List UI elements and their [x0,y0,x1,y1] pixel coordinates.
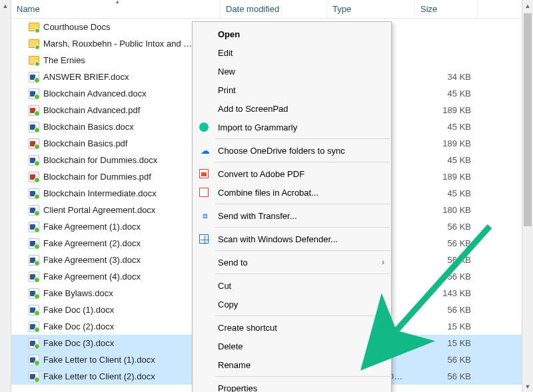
menu-separator [215,274,390,274]
menu-item-new[interactable]: New [193,62,391,81]
menu-item-label: Print [218,85,236,95]
file-size: 45 KB [415,188,478,198]
menu-item-scan-with-windows-defender[interactable]: Scan with Windows Defender... [193,230,391,248]
menu-item-label: Properties [218,383,257,393]
pdf-icon [29,105,39,116]
scrollbar-up-icon[interactable]: ▲ [522,0,533,11]
menu-item-print[interactable]: Print [193,81,391,99]
docx-icon [29,238,39,249]
file-size: 56 KB [415,272,478,282]
menu-item-create-shortcut[interactable]: Create shortcut [193,318,391,337]
context-menu: OpenEditNewPrintAdd to ScreenPadImport t… [192,21,392,392]
column-header-row: ▴ Name Date modified Type Size [11,0,522,19]
column-header-date[interactable]: Date modified [221,0,327,18]
menu-item-label: Convert to Adobe PDF [218,169,304,179]
menu-separator [215,204,390,204]
file-size: 180 KB [415,205,478,215]
dropbox-icon: ⧈ [199,210,211,222]
menu-separator [215,315,390,316]
menu-item-label: Rename [218,360,251,370]
docx-icon [29,188,39,199]
file-name: Fake Letter to Client (1).docx [43,355,155,365]
file-size: 45 KB [415,122,478,132]
menu-separator [215,138,390,139]
menu-item-label: Open [218,29,240,39]
docx-icon [29,222,39,232]
file-size: 45 KB [415,89,478,98]
menu-item-label: Delete [218,341,243,351]
folder-icon [29,22,39,33]
docx-icon [29,288,39,299]
file-name: Fake Agreement (2).docx [43,238,141,248]
menu-separator [215,250,390,251]
menu-item-rename[interactable]: Rename [193,355,391,374]
menu-separator [215,162,390,162]
menu-item-delete[interactable]: Delete [193,337,391,355]
menu-item-choose-onedrive-folders-to-sync[interactable]: ☁Choose OneDrive folders to sync [193,141,391,160]
file-name: Blockchain for Dummies.pdf [43,172,151,182]
left-pane-scrollbar[interactable]: ▲ [0,0,11,392]
docx-icon [29,321,39,332]
menu-item-label: Copy [218,299,238,309]
scrollbar-thumb[interactable] [524,13,532,226]
file-name: Blockchain Intermediate.docx [43,188,157,198]
vertical-scrollbar[interactable]: ▲ ▼ [522,0,533,392]
sort-ascending-icon: ▴ [116,0,119,5]
file-name: Courthouse Docs [43,22,110,32]
docx-icon [29,155,39,166]
docx-icon [29,72,39,83]
scrollbar-up-icon[interactable]: ▲ [0,0,11,11]
menu-item-edit[interactable]: Edit [193,43,391,62]
menu-item-label: Cut [218,281,231,291]
grammarly-icon [199,122,209,132]
onedrive-icon: ☁ [199,144,211,156]
menu-separator [215,227,390,228]
menu-item-cut[interactable]: Cut [193,276,391,295]
menu-item-label: New [218,67,235,77]
file-name: Fake Doc (3).docx [43,338,114,348]
file-size: 56 KB [415,355,478,365]
menu-item-import-to-grammarly[interactable]: Import to Grammarly [193,118,391,136]
file-name: Fake Agreement (3).docx [43,255,141,265]
menu-item-label: Combine files in Acrobat... [218,188,318,198]
combine-icon [199,188,209,197]
file-size: 56 KB [415,222,478,232]
menu-item-properties[interactable]: Properties [193,379,391,392]
pdf-icon [29,138,39,149]
chevron-right-icon: › [382,258,384,267]
docx-icon [29,355,39,365]
column-label: Name [17,4,40,14]
column-header-size[interactable]: Size [415,0,478,18]
menu-item-label: Create shortcut [218,323,277,333]
column-label: Size [420,4,437,14]
defender-icon [199,234,209,244]
file-size: 143 KB [415,288,478,298]
menu-item-copy[interactable]: Copy [193,295,391,313]
column-header-name[interactable]: ▴ Name [11,0,221,18]
docx-icon [29,205,39,216]
file-name: Fake Doc (1).docx [43,305,114,315]
scrollbar-down-icon[interactable]: ▼ [522,381,533,392]
menu-item-send-with-transfer[interactable]: ⧈Send with Transfer... [193,206,391,225]
menu-item-add-to-screenpad[interactable]: Add to ScreenPad [193,99,391,118]
menu-item-label: Import to Grammarly [218,122,297,132]
menu-item-send-to[interactable]: Send to› [193,253,391,272]
menu-item-open[interactable]: Open [193,25,391,43]
file-name: Blockchain Advanced.pdf [43,105,140,115]
menu-item-convert-to-adobe-pdf[interactable]: Convert to Adobe PDF [193,164,391,183]
menu-item-combine-files-in-acrobat[interactable]: Combine files in Acrobat... [193,183,391,202]
column-label: Type [332,4,351,14]
menu-item-label: Add to ScreenPad [218,104,288,114]
file-size: 15 KB [415,321,478,331]
file-name: Fake Agreement (1).docx [43,222,141,232]
folder-icon [29,39,39,49]
file-name: Blockchain for Dummies.docx [43,155,157,165]
menu-item-label: Send with Transfer... [218,211,297,221]
file-size: 15 KB [415,338,478,348]
file-name: Blockchain Advanced.docx [43,89,147,98]
file-size: 34 KB [415,72,478,82]
file-name: Blockchain Basics.pdf [43,138,127,148]
file-name: ANSWER BRIEF.docx [43,72,129,82]
column-header-type[interactable]: Type [327,0,415,18]
pdf-icon [29,172,39,182]
